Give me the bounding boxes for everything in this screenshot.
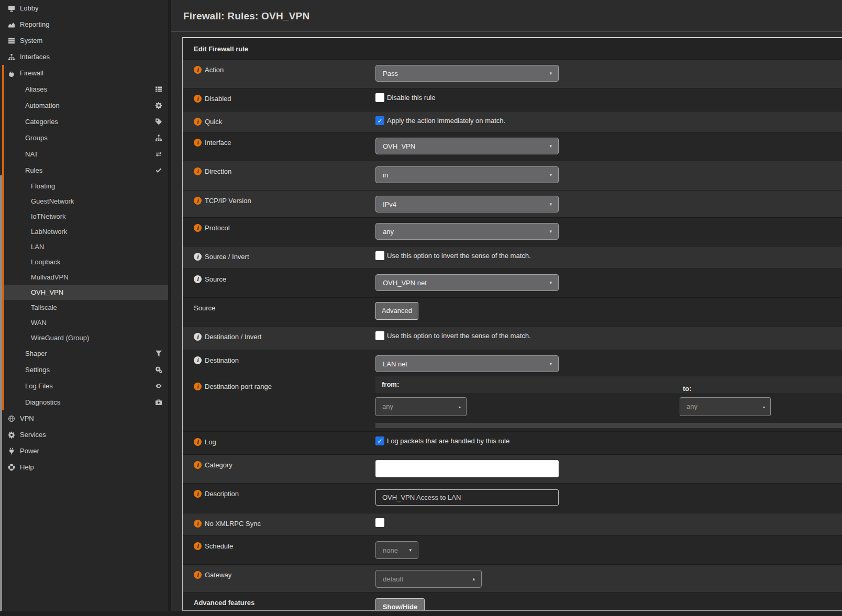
tcpip-version-select[interactable]: IPv4▾ xyxy=(375,196,559,212)
row-no-xmlrpc-sync: iNo XMLRPC Sync xyxy=(183,513,842,535)
sidebar-item-label: Rules xyxy=(25,166,42,174)
sidebar-item-label: Categories xyxy=(25,118,58,126)
globe-icon xyxy=(7,415,16,422)
life-ring-icon xyxy=(7,463,16,471)
sidebar-item-labnetwork[interactable]: LabNetwork xyxy=(0,224,168,239)
source-invert-checkbox[interactable] xyxy=(375,251,384,260)
log-checkbox[interactable]: ✓ xyxy=(375,436,384,445)
sidebar-item-label: LabNetwork xyxy=(31,228,67,236)
checkbox-label: Disable this rule xyxy=(387,94,436,102)
sidebar-item-tailscale[interactable]: Tailscale xyxy=(0,300,168,315)
info-icon[interactable]: i xyxy=(194,253,202,261)
info-icon[interactable]: i xyxy=(194,66,202,74)
sidebar-item-interfaces[interactable]: Interfaces xyxy=(0,49,168,65)
sidebar-item-label: Log Files xyxy=(25,382,53,390)
info-icon[interactable]: i xyxy=(194,383,202,390)
sidebar-item-wireguard-group[interactable]: WireGuard (Group) xyxy=(0,330,168,345)
destination-invert-checkbox[interactable] xyxy=(375,331,384,340)
no-xmlrpc-sync-checkbox[interactable] xyxy=(375,518,384,527)
caret-down-icon: ▾ xyxy=(549,229,552,234)
sidebar-item-system[interactable]: System xyxy=(0,32,168,49)
sidebar-scrollbar[interactable] xyxy=(0,175,2,611)
sidebar-item-groups[interactable]: Groups xyxy=(0,130,168,146)
sidebar-item-help[interactable]: Help xyxy=(0,459,168,475)
label-cell-protocol: iProtocol xyxy=(183,218,375,246)
sidebar-item-iotnetwork[interactable]: IoTNetwork xyxy=(0,209,168,224)
fire-icon xyxy=(7,69,16,77)
destination-select[interactable]: LAN net▾ xyxy=(375,355,559,372)
caret-down-icon: ▾ xyxy=(549,71,552,76)
info-icon[interactable]: i xyxy=(194,356,202,364)
port-from-select[interactable]: any▴ xyxy=(375,397,467,416)
info-icon[interactable]: i xyxy=(194,197,202,205)
checkbox-label: Use this option to invert the sense of t… xyxy=(387,252,531,260)
sidebar-item-diagnostics[interactable]: Diagnostics xyxy=(0,394,168,410)
sidebar-item-shaper[interactable]: Shaper xyxy=(0,345,168,362)
direction-select[interactable]: in▾ xyxy=(375,166,559,183)
value-cell-disabled: Disable this rule xyxy=(375,88,842,111)
quick-checkbox[interactable]: ✓ xyxy=(375,116,384,125)
label-cell-source-invert: iSource / Invert xyxy=(183,247,375,268)
field-label: No XMLRPC Sync xyxy=(205,520,261,528)
sidebar-item-label: Groups xyxy=(25,134,48,142)
label-cell-quick: iQuick xyxy=(183,111,375,132)
info-icon[interactable]: i xyxy=(194,490,202,498)
sidebar-item-power[interactable]: Power xyxy=(0,443,168,459)
sidebar-item-vpn[interactable]: VPN xyxy=(0,410,168,427)
label-cell-destination: iDestination xyxy=(183,350,375,376)
info-icon[interactable]: i xyxy=(194,571,202,579)
value-cell-description xyxy=(375,484,842,513)
sidebar-item-lobby[interactable]: Lobby xyxy=(0,0,168,16)
info-icon[interactable]: i xyxy=(194,95,202,103)
sidebar-item-floating[interactable]: Floating xyxy=(0,178,168,194)
description-input[interactable] xyxy=(375,489,559,506)
row-source-invert: iSource / InvertUse this option to inver… xyxy=(183,246,842,268)
selected-value: any xyxy=(382,402,393,410)
info-icon[interactable]: i xyxy=(194,167,202,175)
sidebar-item-services[interactable]: Services xyxy=(0,427,168,443)
row-protocol: iProtocolany▾ xyxy=(183,217,842,246)
category-input[interactable] xyxy=(375,460,559,477)
sidebar-item-firewall[interactable]: Firewall xyxy=(0,65,168,81)
field-label: Log xyxy=(205,438,216,446)
info-icon[interactable]: i xyxy=(194,542,202,550)
gateway-select[interactable]: default▴ xyxy=(375,570,482,588)
sidebar-item-ovh-vpn[interactable]: OVH_VPN xyxy=(4,285,168,300)
sidebar-item-nat[interactable]: NAT xyxy=(0,146,168,162)
field-label: Description xyxy=(205,490,239,498)
sidebar-item-log-files[interactable]: Log Files xyxy=(0,378,168,394)
sidebar-item-reporting[interactable]: Reporting xyxy=(0,16,168,32)
info-icon[interactable]: i xyxy=(194,275,202,283)
info-icon[interactable]: i xyxy=(194,333,202,341)
port-to-select[interactable]: any▴ xyxy=(680,397,771,416)
disabled-checkbox[interactable] xyxy=(375,93,384,102)
sidebar-item-automation[interactable]: Automation xyxy=(0,97,168,114)
source-select[interactable]: OVH_VPN net▾ xyxy=(375,274,559,291)
info-icon[interactable]: i xyxy=(194,139,202,147)
info-icon[interactable]: i xyxy=(194,438,202,446)
info-icon[interactable]: i xyxy=(194,520,202,528)
schedule-select[interactable]: none▾ xyxy=(375,541,418,559)
sidebar-item-label: Loopback xyxy=(31,258,60,266)
sidebar-item-rules[interactable]: Rules xyxy=(0,162,168,178)
sidebar-item-wan[interactable]: WAN xyxy=(0,315,168,330)
sidebar-item-label: System xyxy=(20,37,42,44)
port-range-header: from:to: xyxy=(375,376,842,393)
protocol-select[interactable]: any▾ xyxy=(375,223,559,240)
sidebar-item-mullvadvpn[interactable]: MullvadVPN xyxy=(0,270,168,285)
info-icon[interactable]: i xyxy=(194,224,202,232)
info-icon[interactable]: i xyxy=(194,118,202,126)
sidebar-item-categories[interactable]: Categories xyxy=(0,114,168,130)
sidebar-item-settings[interactable]: Settings xyxy=(0,362,168,378)
row-category: iCategory xyxy=(183,454,842,483)
sidebar-item-aliases[interactable]: Aliases xyxy=(0,81,168,97)
port-range-scrollbar[interactable] xyxy=(375,423,842,428)
source-advanced-button[interactable]: Advanced xyxy=(375,302,418,320)
action-select[interactable]: Pass▾ xyxy=(375,65,559,82)
value-cell-destination: LAN net▾ xyxy=(375,350,842,376)
sidebar-item-lan[interactable]: LAN xyxy=(0,239,168,254)
sidebar-item-guestnetwork[interactable]: GuestNetwork xyxy=(0,194,168,209)
interface-select[interactable]: OVH_VPN▾ xyxy=(375,138,559,154)
info-icon[interactable]: i xyxy=(194,461,202,469)
sidebar-item-loopback[interactable]: Loopback xyxy=(0,254,168,270)
